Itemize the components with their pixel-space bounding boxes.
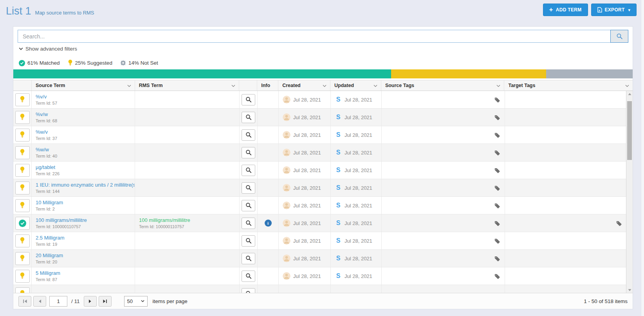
source-tags-cell <box>382 285 505 293</box>
search-button[interactable] <box>610 30 628 43</box>
scroll-down-button[interactable] <box>626 287 633 293</box>
last-page-button[interactable] <box>99 296 112 307</box>
tag-icon[interactable] <box>494 132 500 138</box>
user-avatar-icon <box>283 254 290 262</box>
rms-term-cell <box>135 267 240 285</box>
status-button[interactable] <box>15 129 30 142</box>
search-rms-term-button[interactable] <box>242 200 255 211</box>
search-rms-term-button[interactable] <box>242 165 255 176</box>
column-header-target-tags[interactable]: Target Tags <box>504 80 633 91</box>
tag-icon[interactable] <box>494 273 500 279</box>
status-cell <box>13 285 32 293</box>
info-cell: i <box>258 214 279 232</box>
column-label: Info <box>261 83 270 88</box>
first-page-button[interactable] <box>18 296 31 307</box>
created-date: Jul 28, 2021 <box>293 273 321 279</box>
source-term-link[interactable]: 5 Milligram <box>36 270 60 276</box>
status-button[interactable] <box>15 164 30 177</box>
search-rms-term-button[interactable] <box>242 147 255 158</box>
tag-icon[interactable] <box>494 114 500 120</box>
scroll-up-button[interactable] <box>626 91 633 97</box>
column-header-source-tags[interactable]: Source Tags <box>381 80 505 91</box>
tag-icon[interactable] <box>494 220 500 226</box>
status-button[interactable] <box>15 252 30 265</box>
rms-term-link[interactable]: 100 milligrams/millilitre <box>139 217 190 223</box>
export-button[interactable]: x EXPORT ▾ <box>591 4 637 16</box>
sort-chevron-icon[interactable] <box>496 83 500 88</box>
column-header-created[interactable]: Created <box>278 80 330 91</box>
search-rms-term-button[interactable] <box>242 288 255 293</box>
source-tags-cell <box>382 162 505 179</box>
status-button[interactable] <box>15 182 30 194</box>
lookup-cell <box>240 197 258 214</box>
column-header-blank <box>13 80 32 91</box>
updated-date: Jul 28, 2021 <box>345 97 372 103</box>
tag-icon[interactable] <box>494 238 500 244</box>
search-rms-term-button[interactable] <box>242 182 255 194</box>
page-scrollbar[interactable] <box>641 0 644 316</box>
updated-date: Jul 28, 2021 <box>345 203 372 209</box>
search-rms-term-button[interactable] <box>242 235 255 247</box>
tag-icon[interactable] <box>494 150 500 156</box>
rms-term-cell <box>135 197 240 214</box>
user-avatar-icon <box>283 149 290 156</box>
page-size-select[interactable]: 50 <box>124 296 148 307</box>
add-term-button[interactable]: + ADD TERM <box>543 4 588 16</box>
previous-page-button[interactable] <box>33 296 46 307</box>
status-button[interactable] <box>15 146 30 159</box>
source-term-link[interactable]: %w/v <box>36 129 48 135</box>
tag-icon[interactable] <box>494 185 500 191</box>
source-term-link[interactable]: %w/w <box>36 147 49 153</box>
sort-chevron-icon[interactable] <box>323 83 327 88</box>
sort-chevron-icon[interactable] <box>127 83 131 88</box>
search-rms-term-button[interactable] <box>242 129 255 141</box>
updated-date: Jul 28, 2021 <box>345 273 372 279</box>
created-date: Jul 28, 2021 <box>293 97 321 103</box>
source-term-link[interactable]: µg/tablet <box>36 164 55 170</box>
status-button[interactable] <box>15 111 30 124</box>
column-label: Created <box>282 83 301 88</box>
show-advanced-filters-toggle[interactable]: Show advanced filters <box>19 46 77 52</box>
column-header-rms-term[interactable]: RMS Term <box>135 80 240 91</box>
scrollbar-thumb[interactable] <box>627 101 632 160</box>
status-cell <box>13 214 32 232</box>
source-term-link[interactable]: 10 Milligram <box>36 200 63 205</box>
page-number-input[interactable] <box>49 296 67 307</box>
sort-chevron-icon[interactable] <box>373 83 377 88</box>
status-button[interactable] <box>15 287 30 293</box>
tag-icon[interactable] <box>494 97 500 103</box>
rms-term-cell <box>135 162 240 179</box>
search-rms-term-button[interactable] <box>242 112 255 123</box>
status-button[interactable] <box>15 93 30 106</box>
target-tags-cell <box>505 162 627 179</box>
status-button[interactable] <box>15 270 30 283</box>
search-rms-term-button[interactable] <box>242 253 255 264</box>
search-rms-term-button[interactable] <box>242 271 255 282</box>
column-header-updated[interactable]: Updated <box>330 80 381 91</box>
tag-icon[interactable] <box>494 203 500 209</box>
sort-chevron-icon[interactable] <box>625 83 629 88</box>
search-rms-term-button[interactable] <box>242 94 255 105</box>
tag-icon[interactable] <box>494 256 500 262</box>
source-term-link[interactable]: %v/w <box>36 111 48 117</box>
next-page-button[interactable] <box>84 296 97 307</box>
vertical-scrollbar[interactable] <box>626 91 633 293</box>
source-term-link[interactable]: 2.5 Milligram <box>36 235 65 241</box>
source-term-link[interactable]: 100 milligrams/millilitre <box>36 217 87 223</box>
info-icon[interactable]: i <box>265 220 272 227</box>
source-term-id: Term Id: 57 <box>36 101 57 105</box>
source-term-link[interactable]: %v/v <box>36 94 47 100</box>
search-rms-term-button[interactable] <box>242 218 255 229</box>
search-input[interactable] <box>18 30 610 43</box>
status-button[interactable] <box>15 199 30 212</box>
source-term-link[interactable]: 1 IEU: immuno enzymatic units / 2 millil… <box>36 182 135 188</box>
status-button[interactable] <box>15 234 30 247</box>
status-button[interactable] <box>15 217 30 230</box>
source-term-link[interactable]: 20 Milligram <box>36 252 63 258</box>
tag-icon[interactable] <box>494 167 500 173</box>
sort-chevron-icon[interactable] <box>231 83 235 88</box>
column-header-source-term[interactable]: Source Term <box>32 80 135 91</box>
tag-icon[interactable] <box>616 220 622 226</box>
created-cell: Jul 28, 2021 <box>279 214 331 232</box>
status-cell <box>13 197 32 214</box>
